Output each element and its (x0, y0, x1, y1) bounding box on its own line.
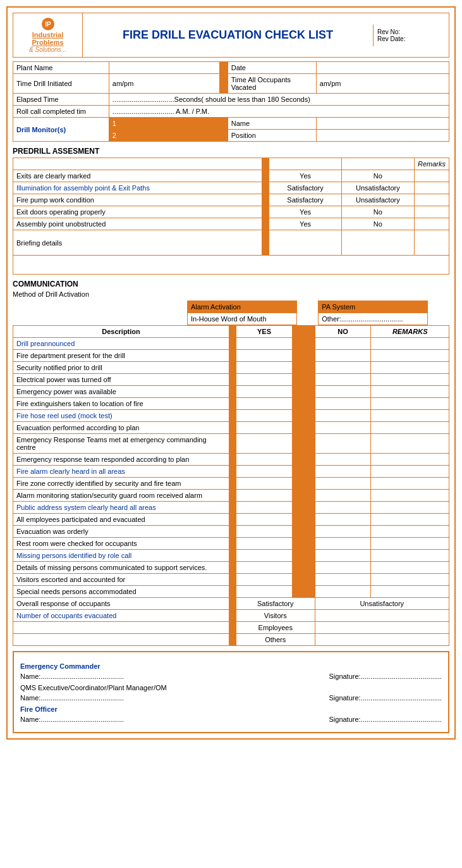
in-house-word: In-House Word of Mouth (187, 313, 296, 325)
method-label: Method of Drill Activation (13, 290, 449, 298)
comm-row-5: Fire extinguishers taken to location of … (13, 398, 229, 410)
col-description: Description (13, 326, 229, 338)
comm-row-2: Security notified prior to drill (13, 362, 229, 374)
emergency-commander-title: Emergency Commander (20, 662, 442, 670)
qms-name-label: Name:...................................… (20, 694, 124, 702)
comm-row-19: Visitors escorted and accounted for (13, 574, 229, 586)
ec-sig-label: Signature:..............................… (329, 673, 442, 680)
time-vacated-label: Time All Occupants Vacated (228, 74, 316, 94)
employees-label: Employees (236, 622, 315, 634)
col-remarks: REMARKS (371, 326, 449, 338)
orange-divider2 (219, 74, 228, 94)
logo-main-text: Industrial Problems (17, 31, 78, 46)
predrill-row-1-label: Illumination for assembly point & Exit P… (13, 182, 262, 194)
rollcall-value: ................................ A.M. / … (109, 106, 449, 118)
predrill-row-2-label: Fire pump work condition (13, 194, 262, 206)
comm-row-13: Public address system clearly heard all … (13, 502, 229, 514)
comm-row-0: Drill preannounced (13, 338, 229, 350)
logo-icon: IP (41, 17, 55, 31)
predrill-table: Remarks Exits are clearly marked Yes No … (13, 158, 449, 275)
elapsed-value: ................................Seconds(… (109, 94, 449, 106)
comm-row-num-evacuated: Number of occupants evacuated (13, 610, 229, 622)
comm-row-11: Fire zone correctly identified by securi… (13, 478, 229, 490)
predrill-row-3-label: Exit doors operating properly (13, 206, 262, 218)
comm-row-8: Emergency Response Teams met at emergenc… (13, 434, 229, 454)
fire-officer-row: Name:...................................… (20, 716, 442, 723)
comm-checklist-table: Description YES NO REMARKS Drill preanno… (13, 325, 449, 646)
briefing-extra-space (13, 256, 449, 275)
orange-divider1 (219, 62, 228, 74)
plant-name-label: Plant Name (13, 62, 109, 74)
comm-row-17: Missing persons identified by role call (13, 550, 229, 562)
comm-row-15: Evacuation was orderly (13, 526, 229, 538)
communication-title: COMMUNICATION (13, 280, 449, 288)
comm-row-20: Special needs persons accommodated (13, 586, 229, 598)
svg-text:IP: IP (45, 21, 51, 28)
monitor1-name-value (316, 118, 449, 130)
ampm1: am/pm (109, 74, 219, 94)
monitor2-num: 2 (109, 130, 219, 142)
fire-officer-title: Fire Officer (20, 705, 442, 713)
time-drill-label: Time Drill Initiated (13, 74, 109, 94)
elapsed-label: Elapsed Time (13, 94, 109, 106)
comm-row-4: Emergency power was available (13, 386, 229, 398)
emergency-commander-row: Name:...................................… (20, 673, 442, 680)
logo-section: IP Industrial Problems & Solutions... (13, 13, 83, 57)
comm-row-9: Emergency response team responded accord… (13, 454, 229, 466)
ec-name-label: Name:...................................… (20, 673, 124, 680)
qms-title: QMS Executive/Coordinator/Plant Manager/… (20, 684, 442, 691)
info-table: Plant Name Date Time Drill Initiated am/… (13, 61, 449, 142)
orange-div3 (219, 118, 228, 130)
fo-sig-label: Signature:..............................… (329, 716, 442, 723)
comm-row-12: Alarm monitoring station/security guard … (13, 490, 229, 502)
header: IP Industrial Problems & Solutions... FI… (13, 13, 449, 58)
predrill-title: PREDRILL ASSESMENT (13, 147, 449, 156)
other-option: Other:................................ (319, 313, 428, 325)
comm-row-10: Fire alarm clearly heard in all areas (13, 466, 229, 478)
monitor1-name-label: Name (228, 118, 316, 130)
alarm-activation: Alarm Activation (187, 301, 296, 313)
comm-row-1: Fire department present for the drill (13, 350, 229, 362)
predrill-row-0-label: Exits are clearly marked (13, 170, 262, 182)
plant-name-value (109, 62, 219, 74)
col-yes: YES (236, 326, 293, 338)
fo-name-label: Name:...................................… (20, 716, 124, 723)
comm-row-7: Evacuation performed according to plan (13, 422, 229, 434)
pa-system: PA System (319, 301, 428, 313)
rev-no: Rev No: (377, 28, 445, 35)
monitor2-pos-label: Position (228, 130, 316, 142)
comm-row-18: Details of missing persons communicated … (13, 562, 229, 574)
comm-row-14: All employees participated and evacuated (13, 514, 229, 526)
comm-row-overall: Overall response of occupants (13, 598, 229, 610)
page-title: FIRE DRILL EVACUATION CHECK LIST (83, 23, 373, 47)
signature-section: Emergency Commander Name:...............… (13, 651, 449, 733)
visitors-label: Visitors (236, 610, 315, 622)
overall-satisfactory: Satisfactory (236, 598, 315, 610)
overall-unsatisfactory: Unsatisfactory (315, 598, 449, 610)
comm-row-3: Electrical power was turned off (13, 374, 229, 386)
rollcall-label: Roll call completed tim (13, 106, 109, 118)
comm-row-6: Fire hose reel used (mock test) (13, 410, 229, 422)
logo-sub-text: & Solutions... (29, 46, 66, 53)
monitor2-pos-value (316, 130, 449, 142)
qms-row: Name:...................................… (20, 694, 442, 702)
comm-row-16: Rest room were checked for occupants (13, 538, 229, 550)
drill-monitors-label: Drill Monitor(s) (13, 118, 109, 142)
rev-section: Rev No: Rev Date: (373, 25, 449, 46)
monitor1-num: 1 (109, 118, 219, 130)
predrill-row-4-label: Assembly point unobstructed (13, 218, 262, 230)
col-no: NO (315, 326, 371, 338)
date-value (316, 62, 449, 74)
qms-sig-label: Signature:..............................… (329, 694, 442, 702)
date-label: Date (228, 62, 316, 74)
page-container: IP Industrial Problems & Solutions... FI… (6, 6, 456, 740)
others-label: Others (236, 634, 315, 646)
method-table: Alarm Activation PA System In-House Word… (13, 301, 449, 325)
rev-date: Rev Date: (377, 35, 445, 42)
predrill-row-5-label: Briefing details (13, 230, 262, 256)
remarks-header: Remarks (414, 158, 449, 170)
ampm2: am/pm (316, 74, 449, 94)
